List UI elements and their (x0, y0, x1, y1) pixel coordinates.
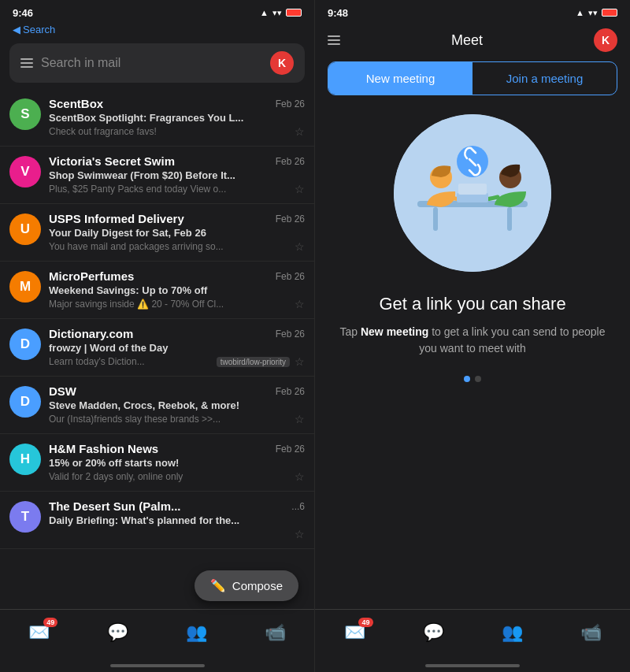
email-content: MicroPerfumes Feb 26 Weekend Savings: Up… (49, 269, 305, 310)
spaces-icon: 👥 (186, 622, 207, 643)
email-content: USPS Informed Delivery Feb 26 Your Daily… (49, 212, 305, 253)
email-list-item[interactable]: T The Desert Sun (Palm... ...6 Daily Bri… (0, 492, 314, 549)
sender-avatar: D (9, 329, 41, 360)
sender-avatar: S (9, 98, 41, 130)
star-icon[interactable]: ☆ (295, 298, 305, 310)
star-icon[interactable]: ☆ (295, 355, 305, 368)
email-header: DSW Feb 26 (49, 384, 305, 398)
email-preview-row: ☆ (49, 528, 305, 540)
email-preview-row: Our (Insta)friends slay these brands >>.… (49, 413, 305, 425)
mail-badge-right: 49 (358, 618, 372, 627)
sender-name: Victoria's Secret Swim (49, 154, 175, 168)
nav-spaces-left[interactable]: 👥 (186, 622, 207, 643)
nav-video-right[interactable]: 📹 (580, 622, 602, 643)
user-avatar-right[interactable]: K (594, 28, 617, 52)
sender-name: Dictionary.com (49, 327, 133, 340)
email-subject: Steve Madden, Crocs, Reebok, & more! (49, 399, 305, 411)
status-bar-right: 9:48 ▲ ▾▾ (315, 0, 630, 22)
wifi-icon-right: ▾▾ (588, 8, 598, 18)
compose-label: Compose (232, 579, 283, 592)
email-list-item[interactable]: D DSW Feb 26 Steve Madden, Crocs, Reebok… (0, 377, 314, 434)
email-header: USPS Informed Delivery Feb 26 (49, 212, 305, 225)
email-preview: Learn today's Diction... (49, 356, 212, 367)
email-preview-row: You have mail and packages arriving so..… (49, 240, 305, 253)
email-header: H&M Fashion News Feb 26 (49, 442, 305, 455)
star-icon[interactable]: ☆ (295, 470, 305, 483)
sender-avatar: V (9, 156, 41, 187)
email-preview: Plus, $25 Panty Packs end today View o..… (49, 184, 290, 195)
sender-avatar: U (9, 213, 41, 245)
meet-link-desc: Tap New meeting to get a link you can se… (334, 324, 611, 357)
email-date: Feb 26 (276, 444, 305, 455)
hamburger-icon[interactable] (20, 58, 33, 68)
new-meeting-button[interactable]: New meeting (328, 62, 472, 95)
email-preview: Major savings inside ⚠️ 20 - 70% Off Cl.… (49, 299, 290, 310)
sender-name: The Desert Sun (Palm... (49, 499, 181, 513)
sender-avatar: M (9, 271, 41, 303)
email-content: The Desert Sun (Palm... ...6 Daily Brief… (49, 499, 305, 540)
status-icons-left: ▲ ▾▾ (260, 8, 302, 18)
dot-2 (475, 376, 481, 382)
email-header: The Desert Sun (Palm... ...6 (49, 499, 305, 513)
email-content: DSW Feb 26 Steve Madden, Crocs, Reebok, … (49, 384, 305, 425)
page-dots (464, 376, 481, 382)
star-icon[interactable]: ☆ (295, 183, 305, 195)
email-preview-row: Plus, $25 Panty Packs end today View o..… (49, 183, 305, 195)
email-list-item[interactable]: D Dictionary.com Feb 26 frowzy | Word of… (0, 319, 314, 377)
email-content: Victoria's Secret Swim Feb 26 Shop Swimw… (49, 154, 305, 195)
svg-rect-7 (458, 184, 487, 195)
email-tag: twobird/low-priority (217, 357, 290, 367)
nav-chat-right[interactable]: 💬 (423, 622, 444, 643)
star-icon[interactable]: ☆ (295, 125, 305, 138)
meeting-svg (394, 114, 551, 272)
sender-avatar: H (9, 444, 41, 475)
email-content: ScentBox Feb 26 ScentBox Spotlight: Frag… (49, 97, 305, 138)
nav-spaces-right[interactable]: 👥 (502, 622, 523, 643)
back-label: Search (23, 24, 55, 35)
back-arrow-icon: ◀ (13, 24, 20, 35)
email-list-item[interactable]: H H&M Fashion News Feb 26 15% or 20% off… (0, 434, 314, 492)
sender-name: ScentBox (49, 97, 103, 110)
back-nav[interactable]: ◀ Search (0, 22, 314, 40)
dot-1 (464, 376, 470, 382)
email-list-item[interactable]: U USPS Informed Delivery Feb 26 Your Dai… (0, 204, 314, 262)
battery-icon-right (602, 9, 617, 17)
email-preview: You have mail and packages arriving so..… (49, 241, 290, 252)
email-header: MicroPerfumes Feb 26 (49, 269, 305, 283)
sender-avatar: T (9, 501, 41, 533)
email-list-item[interactable]: V Victoria's Secret Swim Feb 26 Shop Swi… (0, 147, 314, 204)
nav-mail-right[interactable]: ✉️ 49 (344, 622, 365, 643)
email-list-item[interactable]: M MicroPerfumes Feb 26 Weekend Savings: … (0, 262, 314, 319)
video-icon: 📹 (265, 622, 286, 643)
star-icon[interactable]: ☆ (295, 413, 305, 425)
email-list-item[interactable]: S ScentBox Feb 26 ScentBox Spotlight: Fr… (0, 89, 314, 147)
sender-name: H&M Fashion News (49, 442, 158, 455)
star-icon[interactable]: ☆ (295, 240, 305, 253)
search-bar[interactable]: Search in mail K (9, 43, 305, 83)
mail-badge-left: 49 (43, 618, 57, 627)
nav-mail-left[interactable]: ✉️ 49 (28, 622, 50, 643)
email-date: Feb 26 (276, 329, 305, 340)
user-avatar-left[interactable]: K (270, 51, 294, 75)
email-preview: Valid for 2 days only, online only (49, 471, 290, 482)
sender-avatar: D (9, 386, 41, 418)
sender-name: USPS Informed Delivery (49, 212, 184, 225)
chat-icon: 💬 (107, 622, 128, 643)
bottom-nav-left: ✉️ 49 💬 👥 📹 (0, 609, 314, 664)
join-meeting-button[interactable]: Join a meeting (472, 62, 617, 95)
email-list: S ScentBox Feb 26 ScentBox Spotlight: Fr… (0, 89, 314, 609)
bottom-nav-right: ✉️ 49 💬 👥 📹 (315, 609, 630, 664)
email-header: Victoria's Secret Swim Feb 26 (49, 154, 305, 168)
email-date: Feb 26 (276, 271, 305, 282)
email-header: ScentBox Feb 26 (49, 97, 305, 110)
nav-chat-left[interactable]: 💬 (107, 622, 128, 643)
nav-video-left[interactable]: 📹 (265, 622, 286, 643)
wifi-icon: ▾▾ (272, 8, 282, 18)
email-subject: Your Daily Digest for Sat, Feb 26 (49, 227, 305, 239)
compose-button[interactable]: ✏️ Compose (195, 570, 298, 601)
meet-hamburger-icon[interactable] (328, 35, 340, 45)
email-subject: frowzy | Word of the Day (49, 342, 305, 354)
status-bar-left: 9:46 ▲ ▾▾ (0, 0, 314, 22)
star-icon[interactable]: ☆ (295, 528, 305, 540)
email-header: Dictionary.com Feb 26 (49, 327, 305, 340)
